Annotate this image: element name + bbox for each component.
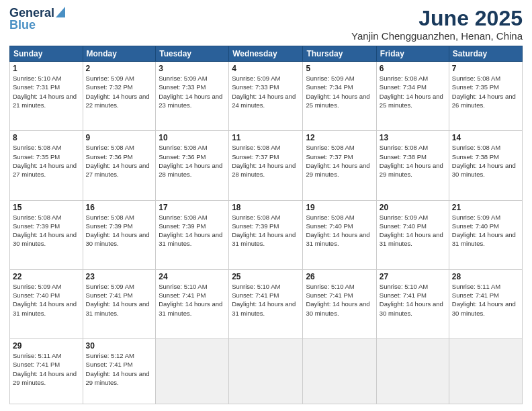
day-number: 23 <box>86 272 153 281</box>
day-number: 30 <box>86 341 153 351</box>
week-row-1: 1Sunrise: 5:10 AMSunset: 7:31 PMDaylight… <box>10 62 523 131</box>
calendar-cell: 8Sunrise: 5:08 AMSunset: 7:35 PMDaylight… <box>10 131 83 200</box>
calendar-cell: 11Sunrise: 5:08 AMSunset: 7:37 PMDayligh… <box>229 131 303 200</box>
day-info: Sunrise: 5:10 AMSunset: 7:41 PMDaylight:… <box>232 283 296 317</box>
header-row: Sunday Monday Tuesday Wednesday Thursday… <box>10 46 523 62</box>
day-number: 8 <box>13 133 80 142</box>
day-number: 1 <box>13 64 80 73</box>
calendar-cell: 21Sunrise: 5:09 AMSunset: 7:40 PMDayligh… <box>449 200 522 269</box>
calendar-cell: 30Sunrise: 5:12 AMSunset: 7:41 PMDayligh… <box>83 339 156 404</box>
day-info: Sunrise: 5:08 AMSunset: 7:38 PMDaylight:… <box>452 144 516 178</box>
week-row-3: 15Sunrise: 5:08 AMSunset: 7:39 PMDayligh… <box>10 200 523 269</box>
day-info: Sunrise: 5:11 AMSunset: 7:41 PMDaylight:… <box>13 352 77 386</box>
calendar-cell <box>156 339 229 404</box>
day-info: Sunrise: 5:09 AMSunset: 7:34 PMDaylight:… <box>306 75 369 109</box>
calendar-cell: 4Sunrise: 5:09 AMSunset: 7:33 PMDaylight… <box>229 62 303 131</box>
day-info: Sunrise: 5:08 AMSunset: 7:35 PMDaylight:… <box>13 144 77 178</box>
day-number: 14 <box>452 133 519 142</box>
day-info: Sunrise: 5:09 AMSunset: 7:33 PMDaylight:… <box>159 75 222 109</box>
header: General Blue June 2025 Yanjin Chengguanz… <box>9 7 523 42</box>
calendar-cell <box>303 339 376 404</box>
day-number: 13 <box>380 133 446 142</box>
day-info: Sunrise: 5:08 AMSunset: 7:37 PMDaylight:… <box>306 144 369 178</box>
day-info: Sunrise: 5:10 AMSunset: 7:31 PMDaylight:… <box>13 75 77 109</box>
day-info: Sunrise: 5:10 AMSunset: 7:41 PMDaylight:… <box>380 283 443 317</box>
day-info: Sunrise: 5:09 AMSunset: 7:40 PMDaylight:… <box>13 283 77 317</box>
logo: General Blue <box>9 7 65 31</box>
day-info: Sunrise: 5:09 AMSunset: 7:40 PMDaylight:… <box>380 214 443 248</box>
svg-marker-0 <box>56 7 65 17</box>
calendar-cell: 5Sunrise: 5:09 AMSunset: 7:34 PMDaylight… <box>303 62 376 131</box>
col-friday: Friday <box>376 46 449 62</box>
day-number: 24 <box>159 272 226 281</box>
day-info: Sunrise: 5:08 AMSunset: 7:39 PMDaylight:… <box>13 214 77 248</box>
day-info: Sunrise: 5:08 AMSunset: 7:40 PMDaylight:… <box>306 214 369 248</box>
day-number: 28 <box>452 272 519 281</box>
logo-blue: Blue <box>9 19 36 31</box>
day-number: 15 <box>13 203 80 212</box>
title-block: June 2025 Yanjin Chengguanzhen, Henan, C… <box>351 7 523 42</box>
day-number: 16 <box>86 203 153 212</box>
day-number: 25 <box>232 272 300 281</box>
calendar-cell: 3Sunrise: 5:09 AMSunset: 7:33 PMDaylight… <box>156 62 229 131</box>
day-info: Sunrise: 5:11 AMSunset: 7:41 PMDaylight:… <box>452 283 516 317</box>
calendar-cell: 18Sunrise: 5:08 AMSunset: 7:39 PMDayligh… <box>229 200 303 269</box>
calendar-cell: 29Sunrise: 5:11 AMSunset: 7:41 PMDayligh… <box>10 339 83 404</box>
day-info: Sunrise: 5:10 AMSunset: 7:41 PMDaylight:… <box>306 283 369 317</box>
day-number: 12 <box>306 133 373 142</box>
calendar-cell: 25Sunrise: 5:10 AMSunset: 7:41 PMDayligh… <box>229 269 303 338</box>
logo-text: General <box>9 7 54 19</box>
day-info: Sunrise: 5:08 AMSunset: 7:39 PMDaylight:… <box>159 214 222 248</box>
week-row-5: 29Sunrise: 5:11 AMSunset: 7:41 PMDayligh… <box>10 339 523 404</box>
col-wednesday: Wednesday <box>229 46 303 62</box>
day-number: 11 <box>232 133 300 142</box>
day-number: 26 <box>306 272 373 281</box>
day-info: Sunrise: 5:10 AMSunset: 7:41 PMDaylight:… <box>159 283 222 317</box>
calendar-cell: 20Sunrise: 5:09 AMSunset: 7:40 PMDayligh… <box>376 200 449 269</box>
col-monday: Monday <box>83 46 156 62</box>
day-number: 6 <box>380 64 446 73</box>
day-info: Sunrise: 5:08 AMSunset: 7:39 PMDaylight:… <box>86 214 150 248</box>
week-row-4: 22Sunrise: 5:09 AMSunset: 7:40 PMDayligh… <box>10 269 523 338</box>
col-saturday: Saturday <box>449 46 522 62</box>
day-info: Sunrise: 5:08 AMSunset: 7:36 PMDaylight:… <box>86 144 150 178</box>
calendar-cell: 9Sunrise: 5:08 AMSunset: 7:36 PMDaylight… <box>83 131 156 200</box>
calendar-cell: 17Sunrise: 5:08 AMSunset: 7:39 PMDayligh… <box>156 200 229 269</box>
col-tuesday: Tuesday <box>156 46 229 62</box>
day-number: 17 <box>159 203 226 212</box>
calendar-cell: 14Sunrise: 5:08 AMSunset: 7:38 PMDayligh… <box>449 131 522 200</box>
day-info: Sunrise: 5:08 AMSunset: 7:37 PMDaylight:… <box>232 144 296 178</box>
day-number: 5 <box>306 64 373 73</box>
calendar-cell: 6Sunrise: 5:08 AMSunset: 7:34 PMDaylight… <box>376 62 449 131</box>
calendar-table: Sunday Monday Tuesday Wednesday Thursday… <box>9 46 523 404</box>
week-row-2: 8Sunrise: 5:08 AMSunset: 7:35 PMDaylight… <box>10 131 523 200</box>
day-info: Sunrise: 5:09 AMSunset: 7:40 PMDaylight:… <box>452 214 516 248</box>
calendar-cell: 26Sunrise: 5:10 AMSunset: 7:41 PMDayligh… <box>303 269 376 338</box>
calendar-cell: 13Sunrise: 5:08 AMSunset: 7:38 PMDayligh… <box>376 131 449 200</box>
location-title: Yanjin Chengguanzhen, Henan, China <box>351 30 523 42</box>
day-info: Sunrise: 5:09 AMSunset: 7:32 PMDaylight:… <box>86 75 150 109</box>
day-number: 2 <box>86 64 153 73</box>
day-number: 22 <box>13 272 80 281</box>
day-number: 27 <box>380 272 446 281</box>
calendar-cell: 15Sunrise: 5:08 AMSunset: 7:39 PMDayligh… <box>10 200 83 269</box>
calendar-cell: 16Sunrise: 5:08 AMSunset: 7:39 PMDayligh… <box>83 200 156 269</box>
calendar-body: 1Sunrise: 5:10 AMSunset: 7:31 PMDaylight… <box>10 62 523 404</box>
day-number: 21 <box>452 203 519 212</box>
day-info: Sunrise: 5:08 AMSunset: 7:36 PMDaylight:… <box>159 144 222 178</box>
day-info: Sunrise: 5:08 AMSunset: 7:39 PMDaylight:… <box>232 214 296 248</box>
calendar-cell: 7Sunrise: 5:08 AMSunset: 7:35 PMDaylight… <box>449 62 522 131</box>
calendar-cell: 24Sunrise: 5:10 AMSunset: 7:41 PMDayligh… <box>156 269 229 338</box>
day-number: 7 <box>452 64 519 73</box>
calendar-cell: 12Sunrise: 5:08 AMSunset: 7:37 PMDayligh… <box>303 131 376 200</box>
calendar-cell: 22Sunrise: 5:09 AMSunset: 7:40 PMDayligh… <box>10 269 83 338</box>
day-number: 29 <box>13 341 80 351</box>
calendar-cell <box>449 339 522 404</box>
col-thursday: Thursday <box>303 46 376 62</box>
logo-triangle-icon <box>56 7 65 19</box>
day-number: 19 <box>306 203 373 212</box>
day-number: 18 <box>232 203 300 212</box>
calendar-cell: 10Sunrise: 5:08 AMSunset: 7:36 PMDayligh… <box>156 131 229 200</box>
page: General Blue June 2025 Yanjin Chengguanz… <box>0 0 532 411</box>
day-number: 10 <box>159 133 226 142</box>
